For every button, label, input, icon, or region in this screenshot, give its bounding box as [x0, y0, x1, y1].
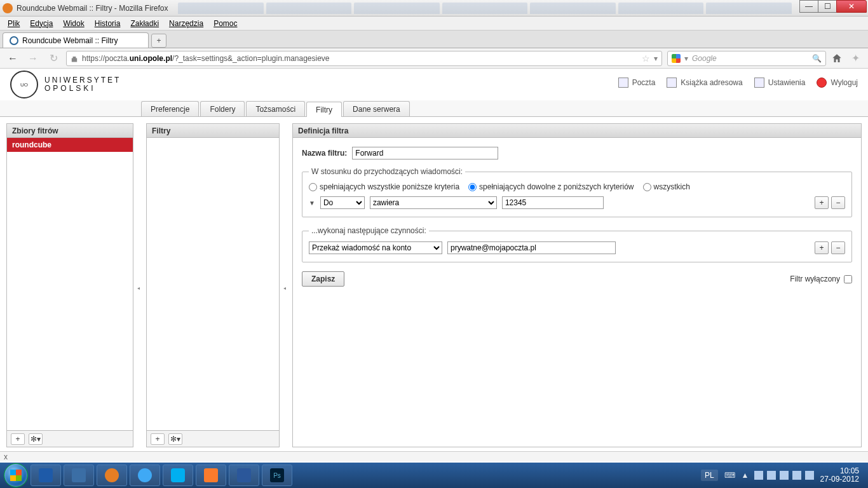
scope-legend: W stosunku do przychodzących wiadomości:: [309, 167, 465, 176]
tab-filters[interactable]: Filtry: [306, 102, 342, 117]
action-type-select[interactable]: Przekaż wiadomość na konto: [309, 241, 442, 254]
tab-identities[interactable]: Tożsamości: [246, 101, 305, 116]
window-maximize-button[interactable]: ☐: [818, 0, 837, 13]
rule-header-select[interactable]: Do: [320, 196, 365, 209]
filter-add-button[interactable]: +: [151, 433, 165, 445]
window-minimize-button[interactable]: —: [799, 0, 818, 13]
system-tray: PL ⌨ ▲ 10:05 27-09-2012: [701, 467, 864, 484]
url-bar[interactable]: https://poczta.uni.opole.pl/?_task=setti…: [66, 51, 662, 66]
browser-nav-toolbar: ← → ↻ https://poczta.uni.opole.pl/?_task…: [0, 48, 868, 69]
windows-taskbar: Ps PL ⌨ ▲ 10:05 27-09-2012: [0, 463, 868, 488]
filter-gear-button[interactable]: ✻▾: [168, 433, 182, 445]
addressbook-icon: [667, 78, 677, 88]
window-titlebar: Roundcube Webmail :: Filtry - Mozilla Fi…: [0, 0, 868, 17]
panel-filters-header: Filtry: [147, 124, 279, 138]
tab-server-data[interactable]: Dane serwera: [343, 101, 410, 116]
header-link-logout[interactable]: Wyloguj: [817, 78, 858, 88]
action-add-button[interactable]: +: [815, 241, 829, 254]
splitter-2[interactable]: [285, 123, 287, 447]
tray-up-icon[interactable]: ▲: [742, 471, 750, 480]
scope-radio-any[interactable]: spełniających dowolne z poniższych kryte…: [468, 182, 634, 191]
rule-value-input[interactable]: [502, 196, 604, 209]
filter-disabled-checkbox[interactable]: Filtr wyłączony: [790, 274, 852, 283]
tray-flag-icon[interactable]: [754, 471, 763, 480]
panel-filter-definition: Definicja filtra Nazwa filtru: W stosunk…: [292, 123, 862, 447]
browser-tabstrip: Roundcube Webmail :: Filtry +: [0, 30, 868, 48]
search-dropdown-icon[interactable]: ▾: [684, 54, 688, 63]
tray-clock[interactable]: 10:05 27-09-2012: [820, 467, 859, 484]
menu-edit[interactable]: Edycja: [26, 18, 57, 29]
tray-network-icon[interactable]: [767, 471, 776, 480]
filter-name-label: Nazwa filtru:: [302, 149, 347, 158]
scope-radio-every[interactable]: wszystkich: [643, 182, 690, 191]
bookmark-star-icon[interactable]: ☆: [642, 53, 650, 64]
header-link-addressbook[interactable]: Książka adresowa: [667, 78, 742, 88]
workspace: Zbiory fitrów roundcube + ✻▾ Filtry + ✻▾…: [0, 117, 868, 447]
tray-sync-icon[interactable]: [805, 471, 814, 480]
scope-radio-all[interactable]: spełniających wszystkie poniższe kryteri…: [309, 182, 459, 191]
panel-filter-sets: Zbiory fitrów roundcube + ✻▾: [6, 123, 133, 447]
header-link-mail[interactable]: Poczta: [618, 78, 656, 88]
tray-language[interactable]: PL: [701, 470, 718, 481]
filter-name-input[interactable]: [352, 147, 498, 159]
panel-filter-sets-header: Zbiory fitrów: [7, 124, 133, 138]
lock-icon: [71, 55, 78, 62]
tray-keyboard-icon[interactable]: ⌨: [724, 471, 735, 480]
settings-icon: [754, 78, 764, 88]
menu-view[interactable]: Widok: [59, 18, 88, 29]
search-bar[interactable]: ▾ Google 🔍: [667, 51, 826, 66]
menu-bookmarks[interactable]: Zakładki: [126, 18, 163, 29]
save-button[interactable]: Zapisz: [302, 271, 344, 287]
taskbar-app-xampp[interactable]: [196, 464, 226, 486]
window-title: Roundcube Webmail :: Filtry - Mozilla Fi…: [17, 4, 168, 13]
nav-forward-button[interactable]: →: [25, 51, 41, 66]
browser-statusbar: x: [0, 451, 868, 461]
taskbar-app-word[interactable]: [229, 464, 259, 486]
taskbar-app-ie[interactable]: [130, 464, 160, 486]
tray-battery-icon[interactable]: [780, 471, 789, 480]
menu-tools[interactable]: Narzędzia: [165, 18, 207, 29]
menu-history[interactable]: Historia: [91, 18, 125, 29]
panel-definition-header: Definicja filtra: [293, 124, 861, 138]
header-link-settings[interactable]: Ustawienia: [754, 78, 806, 88]
panel-filters: Filtry + ✻▾: [146, 123, 280, 447]
start-button[interactable]: [4, 463, 28, 487]
background-window-tabs: [178, 3, 792, 14]
actions-fieldset: ...wykonaj następujące czynności: Przeka…: [302, 226, 852, 262]
action-target-input[interactable]: [447, 241, 616, 254]
filter-set-gear-button[interactable]: ✻▾: [29, 433, 43, 445]
splitter-1[interactable]: [139, 123, 141, 447]
actions-legend: ...wykonaj następujące czynności:: [309, 226, 429, 235]
app-logo-text: UNIWERSYTET OPOLSKI: [44, 76, 121, 93]
search-go-icon[interactable]: 🔍: [812, 54, 822, 63]
google-icon: [672, 54, 681, 63]
addon-button[interactable]: ✦: [848, 51, 863, 66]
taskbar-app-thunderbird[interactable]: [64, 464, 94, 486]
home-button[interactable]: [831, 53, 843, 64]
rule-remove-button[interactable]: −: [831, 196, 845, 209]
taskbar-app-firefox[interactable]: [97, 464, 127, 486]
tab-folders[interactable]: Foldery: [200, 101, 245, 116]
action-remove-button[interactable]: −: [831, 241, 845, 254]
taskbar-app-photoshop[interactable]: Ps: [262, 464, 292, 486]
browser-tab-active[interactable]: Roundcube Webmail :: Filtry: [3, 32, 149, 48]
firefox-icon: [3, 3, 13, 13]
menu-file[interactable]: Plik: [4, 18, 24, 29]
rule-operator-select[interactable]: zawiera: [370, 196, 497, 209]
filter-set-add-button[interactable]: +: [11, 433, 25, 445]
window-close-button[interactable]: ✕: [836, 0, 867, 13]
menu-help[interactable]: Pomoc: [210, 18, 241, 29]
rule-collapse-icon[interactable]: ▼: [309, 200, 315, 207]
filter-set-item[interactable]: roundcube: [7, 138, 133, 152]
taskbar-app-skype[interactable]: [163, 464, 193, 486]
logout-icon: [817, 78, 827, 88]
nav-back-button[interactable]: ←: [5, 51, 20, 66]
rule-add-button[interactable]: +: [815, 196, 829, 209]
nav-reload-button[interactable]: ↻: [46, 51, 61, 66]
taskbar-app-save[interactable]: [31, 464, 61, 486]
browser-newtab-button[interactable]: +: [151, 34, 166, 48]
tray-volume-icon[interactable]: [792, 471, 801, 480]
tray-icons: ▲: [742, 471, 814, 480]
tab-preferences[interactable]: Preferencje: [141, 101, 199, 116]
url-dropdown-icon[interactable]: ▾: [654, 54, 658, 63]
